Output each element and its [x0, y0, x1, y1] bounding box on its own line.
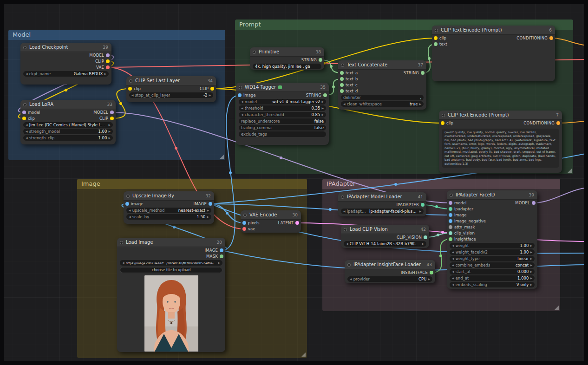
node-ipadapter-insightface-loader[interactable]: IPAdapter InsightFace Loader43 INSIGHTFA…: [345, 260, 435, 283]
output-dot-vae[interactable]: [106, 65, 110, 69]
stepper-right-icon[interactable]: ▶: [530, 262, 532, 268]
input-dot-clip[interactable]: [441, 121, 444, 125]
widget-combine-embeds[interactable]: ◀combine_embedsconcat▶: [450, 262, 535, 268]
stepper-right-icon[interactable]: ▶: [419, 101, 421, 107]
widget-embeds-scaling[interactable]: ◀embeds_scalingV only▶: [450, 282, 535, 287]
input-dot-model[interactable]: [22, 111, 26, 114]
stepper-left-icon[interactable]: ◀: [452, 282, 454, 287]
widget-ckpt-name[interactable]: ◀ckpt_nameGalena REDUX▶: [23, 71, 109, 77]
stepper-right-icon[interactable]: ▶: [321, 105, 324, 111]
widget-weight-type[interactable]: ◀weight_typelinear▶: [450, 256, 535, 261]
node-header[interactable]: Load Checkpoint29: [20, 43, 111, 52]
stepper-right-icon[interactable]: ▶: [321, 112, 324, 117]
stepper-left-icon[interactable]: ◀: [343, 209, 346, 214]
stepper-left-icon[interactable]: ◀: [122, 260, 124, 266]
input-dot-image-negative[interactable]: [449, 219, 452, 223]
stepper-right-icon[interactable]: ▶: [218, 260, 220, 266]
input-dot-clip[interactable]: [22, 117, 26, 120]
stepper-left-icon[interactable]: ◀: [346, 241, 348, 247]
stepper-left-icon[interactable]: ◀: [452, 262, 454, 268]
stepper-right-icon[interactable]: ▶: [108, 122, 111, 128]
stepper-left-icon[interactable]: ◀: [129, 214, 131, 220]
input-dot-image[interactable]: [238, 93, 242, 97]
node-header[interactable]: CLIP Text Encode (Prompt)6: [432, 26, 555, 35]
output-dot-string[interactable]: [323, 93, 327, 97]
stepper-left-icon[interactable]: ◀: [26, 71, 28, 77]
node-header[interactable]: CLIP Set Last Layer34: [126, 76, 216, 85]
stepper-left-icon[interactable]: ◀: [452, 269, 454, 274]
input-dot-image[interactable]: [125, 202, 129, 206]
choose-file-button[interactable]: choose file to upload: [120, 267, 222, 273]
widget-lora-name[interactable]: ◀Jim Lee (DC Comics / Marvel) Style LoRA…: [23, 122, 113, 128]
widget-clip-name[interactable]: ◀CLIP-ViT-H-14-laion2B-s32B-b79K.safeten…: [344, 241, 426, 247]
output-dot-model[interactable]: [106, 53, 110, 57]
collapse-icon[interactable]: [129, 79, 132, 83]
input-dot-text-c[interactable]: [340, 83, 344, 87]
node-header[interactable]: IPAdapter FaceID39: [447, 190, 537, 200]
node-header[interactable]: WD14 Tagger35: [236, 83, 329, 92]
node-load-lora[interactable]: Load LoRA33 modelMODEL clipCLIP ◀Jim Lee…: [20, 100, 116, 144]
node-header[interactable]: Load LoRA33: [20, 100, 116, 109]
output-dot-string[interactable]: [421, 71, 425, 75]
collapse-icon[interactable]: [126, 195, 130, 198]
input-dot-model[interactable]: [449, 201, 452, 205]
widget-character-threshold[interactable]: ◀character_threshold0.85▶: [239, 112, 326, 117]
stepper-left-icon[interactable]: ◀: [452, 243, 454, 248]
node-header[interactable]: Load CLIP Vision42: [341, 225, 429, 234]
stepper-left-icon[interactable]: ◀: [131, 92, 134, 98]
node-header[interactable]: Text Concatenate37: [338, 60, 426, 70]
collapse-icon[interactable]: [450, 194, 453, 197]
widget-upscale-method[interactable]: ◀upscale_methodnearest-exact▶: [126, 208, 211, 213]
output-dot-image[interactable]: [220, 248, 223, 252]
input-dot-text-a[interactable]: [340, 71, 344, 75]
node-header[interactable]: IPAdapter InsightFace Loader43: [345, 260, 435, 269]
prompt-textarea[interactable]: (worst quality, low quality, normal qual…: [442, 129, 559, 168]
node-load-image[interactable]: Load Image20 IMAGE MASK ◀https://image.c…: [117, 238, 225, 352]
node-header[interactable]: IPAdapter Model Loader41: [338, 192, 426, 202]
input-dot-clip-vision[interactable]: [449, 231, 452, 235]
output-dot-latent[interactable]: [295, 221, 299, 225]
collapse-icon[interactable]: [344, 228, 347, 231]
stepper-left-icon[interactable]: ◀: [26, 135, 28, 141]
node-upscale-image-by[interactable]: Upscale Image By32 imageIMAGE ◀upscale_m…: [124, 191, 214, 224]
node-header[interactable]: CLIP Text Encode (Prompt)7: [439, 111, 562, 120]
widget-image-filename[interactable]: ◀https://image.cdn2.seaart.../20240518/f…: [120, 260, 222, 266]
widget-end-at[interactable]: ◀end_at1.000▶: [450, 275, 535, 281]
input-dot-insightface[interactable]: [449, 237, 452, 241]
node-primitive[interactable]: Primitive38 STRING 4k, high quality, jim…: [250, 47, 324, 70]
output-dot-clip[interactable]: [110, 117, 114, 120]
node-header[interactable]: VAE Encode30: [241, 210, 301, 220]
input-dot-clip[interactable]: [434, 36, 438, 40]
stepper-right-icon[interactable]: ▶: [207, 214, 209, 220]
stepper-right-icon[interactable]: ▶: [530, 256, 532, 261]
stepper-left-icon[interactable]: ◀: [129, 208, 131, 213]
widget-stop-at-clip-layer[interactable]: ◀stop_at_clip_layer-2▶: [129, 92, 213, 98]
output-dot-model[interactable]: [532, 201, 536, 205]
collapse-icon[interactable]: [253, 51, 256, 54]
stepper-right-icon[interactable]: ▶: [108, 129, 111, 134]
output-dot-clip-vision[interactable]: [424, 235, 427, 239]
collapse-icon[interactable]: [243, 214, 247, 217]
stepper-right-icon[interactable]: ▶: [530, 269, 532, 274]
stepper-right-icon[interactable]: ▶: [104, 71, 106, 77]
input-dot-pixels[interactable]: [242, 221, 246, 225]
stepper-right-icon[interactable]: ▶: [419, 209, 421, 214]
collapse-icon[interactable]: [341, 64, 344, 67]
node-clip-text-encode-positive[interactable]: CLIP Text Encode (Prompt)6 clipCONDITION…: [432, 26, 555, 81]
collapse-icon[interactable]: [120, 241, 123, 244]
output-dot-string[interactable]: [319, 58, 322, 62]
input-dot-text[interactable]: [434, 42, 438, 46]
output-dot-clip[interactable]: [106, 59, 110, 63]
collapse-icon[interactable]: [347, 263, 351, 267]
widget-model[interactable]: ◀modelwd-v1-4-moat-tagger-v2▶: [239, 99, 326, 104]
node-ipadapter-faceid[interactable]: IPAdapter FaceID39 modelMODEL ipadapter …: [447, 190, 537, 289]
stepper-left-icon[interactable]: ◀: [26, 129, 28, 134]
output-dot-conditioning[interactable]: [556, 121, 560, 125]
graph-canvas[interactable]: Model Prompt Image IPAdapter: [0, 0, 588, 365]
node-clip-text-encode-negative[interactable]: CLIP Text Encode (Prompt)7 clipCONDITION…: [439, 111, 562, 173]
stepper-left-icon[interactable]: ◀: [452, 275, 454, 281]
input-dot-clip[interactable]: [128, 87, 132, 91]
input-dot-image[interactable]: [449, 213, 452, 217]
stepper-right-icon[interactable]: ▶: [530, 275, 532, 281]
widget-ipadapter-file[interactable]: ◀ipadapter_fileip-adapter-faceid-plus_sd…: [341, 209, 424, 214]
